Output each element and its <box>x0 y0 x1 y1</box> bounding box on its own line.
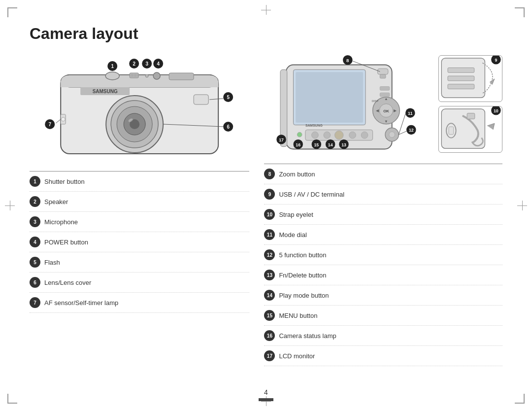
svg-point-20 <box>153 72 160 79</box>
right-label-row: 9 USB / AV / DC terminal <box>264 184 502 205</box>
svg-line-85 <box>399 114 406 135</box>
label-number: 14 <box>264 290 275 301</box>
label-number: 16 <box>264 330 275 341</box>
left-label-row: 4 POWER button <box>30 232 249 252</box>
label-number: 15 <box>264 310 275 321</box>
label-text: Strap eyelet <box>279 211 313 218</box>
svg-point-12 <box>105 72 119 80</box>
svg-text:11: 11 <box>408 111 413 116</box>
svg-line-40 <box>56 119 61 123</box>
svg-text:▲: ▲ <box>385 97 389 101</box>
label-number: 5 <box>30 257 40 268</box>
label-number: 6 <box>30 277 40 288</box>
left-label-row: 3 Microphone <box>30 212 249 232</box>
right-diagrams: OK ▲ ▼ ◀ ▶ DISP <box>264 55 502 159</box>
svg-text:1: 1 <box>111 64 114 69</box>
svg-rect-88 <box>448 76 474 81</box>
crosshair-right <box>517 201 527 210</box>
label-text: Zoom button <box>279 171 315 178</box>
svg-rect-95 <box>449 127 454 135</box>
corner-tl <box>7 7 17 17</box>
svg-text:SAMSUNG: SAMSUNG <box>93 89 118 94</box>
svg-rect-65 <box>380 86 390 90</box>
svg-rect-66 <box>380 93 390 97</box>
svg-text:OK: OK <box>384 109 390 113</box>
back-camera-diagram: OK ▲ ▼ ◀ ▶ DISP <box>264 55 433 159</box>
label-text: AF sensor/Self-timer lamp <box>44 299 118 307</box>
svg-rect-93 <box>467 113 475 119</box>
svg-text:8: 8 <box>347 58 350 63</box>
left-label-row: 5 Flash <box>30 252 249 273</box>
right-label-row: 16 Camera status lamp <box>264 326 502 346</box>
label-text: LCD monitor <box>279 352 315 360</box>
left-label-row: 2 Speaker <box>30 192 249 212</box>
svg-rect-89 <box>448 84 474 89</box>
label-text: Flash <box>44 259 60 266</box>
label-number: 17 <box>264 350 275 361</box>
label-text: USB / AV / DC terminal <box>279 191 344 198</box>
svg-point-56 <box>324 132 331 138</box>
label-number: 12 <box>264 249 275 260</box>
left-labels-table: 1 Shutter button 2 Speaker 3 Microphone … <box>30 171 249 313</box>
right-section: OK ▲ ▼ ◀ ▶ DISP <box>264 55 502 366</box>
label-text: Lens/Lens cover <box>44 279 91 286</box>
svg-text:16: 16 <box>296 142 301 147</box>
label-text: Shutter button <box>44 178 85 185</box>
label-text: Fn/Delete button <box>279 272 326 279</box>
right-labels-table: 8 Zoom button 9 USB / AV / DC terminal 1… <box>264 164 502 366</box>
right-label-row: 10 Strap eyelet <box>264 205 502 225</box>
right-label-row: 17 LCD monitor <box>264 346 502 366</box>
left-label-row: 7 AF sensor/Self-timer lamp <box>30 293 249 313</box>
label-number: 3 <box>30 216 40 227</box>
crosshair-top <box>261 5 271 15</box>
svg-point-61 <box>389 132 395 137</box>
svg-rect-44 <box>378 68 388 74</box>
svg-text:15: 15 <box>314 142 319 147</box>
svg-point-59 <box>362 132 368 138</box>
left-label-row: 1 Shutter button <box>30 171 249 192</box>
corner-tr <box>515 7 525 17</box>
svg-rect-92 <box>441 109 485 148</box>
svg-rect-21 <box>169 73 194 80</box>
crosshair-left <box>5 201 15 210</box>
label-text: Play mode button <box>279 292 329 299</box>
left-section: SAMSUNG <box>30 55 249 366</box>
label-text: 5 function button <box>279 251 326 259</box>
side-detail-top: 9 <box>438 55 502 102</box>
label-number: 7 <box>30 297 40 308</box>
crosshair-bottom <box>261 396 271 406</box>
right-label-row: 15 MENU button <box>264 306 502 326</box>
svg-text:DISP: DISP <box>372 100 379 103</box>
label-text: MENU button <box>279 312 317 319</box>
page-title: Camera layout <box>30 25 502 43</box>
svg-point-58 <box>349 132 356 138</box>
svg-text:17: 17 <box>279 137 284 142</box>
label-number: 2 <box>30 196 40 207</box>
svg-text:▶: ▶ <box>394 108 397 113</box>
back-camera-svg: OK ▲ ▼ ◀ ▶ DISP <box>264 55 433 159</box>
svg-point-55 <box>312 132 319 138</box>
svg-text:12: 12 <box>409 128 414 133</box>
svg-rect-2 <box>61 81 218 87</box>
label-number: 1 <box>30 176 40 187</box>
front-camera-svg: SAMSUNG <box>30 55 249 164</box>
right-label-row: 11 Mode dial <box>264 225 502 245</box>
svg-text:5: 5 <box>227 95 230 100</box>
svg-point-19 <box>145 74 148 77</box>
side-detail-bottom: 10 <box>438 106 502 153</box>
svg-rect-43 <box>296 72 364 123</box>
svg-text:10: 10 <box>494 108 499 113</box>
label-number: 9 <box>264 189 275 200</box>
svg-rect-45 <box>380 74 386 78</box>
svg-text:6: 6 <box>227 124 230 130</box>
front-camera-diagram: SAMSUNG <box>30 55 249 164</box>
right-label-row: 13 Fn/Delete button <box>264 265 502 285</box>
label-number: 11 <box>264 229 275 240</box>
label-text: Camera status lamp <box>279 332 336 340</box>
svg-text:SAMSUNG: SAMSUNG <box>305 124 323 127</box>
label-text: POWER button <box>44 239 88 246</box>
svg-rect-87 <box>448 68 474 72</box>
left-label-row: 6 Lens/Lens cover <box>30 273 249 293</box>
page-number: 4 <box>264 388 268 396</box>
content-area: SAMSUNG <box>30 55 502 366</box>
